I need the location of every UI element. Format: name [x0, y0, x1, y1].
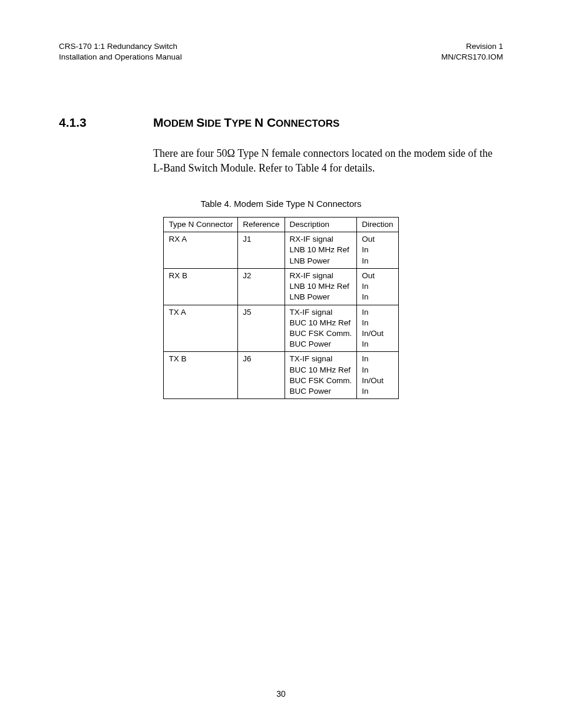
cell-reference: J1: [238, 232, 285, 269]
header-left-line2: Installation and Operations Manual: [59, 52, 182, 61]
header-left: CRS-170 1:1 Redundancy Switch Installati…: [59, 41, 182, 62]
col-header-description: Description: [285, 218, 357, 232]
cell-connector: TX B: [164, 352, 238, 399]
title-cap: T: [224, 116, 232, 129]
title-sc: ODEM: [164, 118, 197, 129]
cell-description: TX-IF signalBUC 10 MHz RefBUC FSK Comm.B…: [285, 352, 357, 399]
cell-reference: J2: [238, 268, 285, 305]
section-title: MODEM SIDE TYPE N CONNECTORS: [153, 116, 339, 130]
title-sc: IDE: [204, 118, 224, 129]
table-header-row: Type N Connector Reference Description D…: [164, 218, 398, 232]
col-header-direction: Direction: [357, 218, 398, 232]
page-number: 30: [0, 689, 562, 699]
section-heading-row: 4.1.3 MODEM SIDE TYPE N CONNECTORS: [59, 116, 503, 130]
title-cap: M: [153, 116, 164, 129]
cell-connector: TX A: [164, 305, 238, 352]
cell-direction: OutInIn: [357, 268, 398, 305]
col-header-connector: Type N Connector: [164, 218, 238, 232]
cell-direction: OutInIn: [357, 232, 398, 269]
header-right-line2: MN/CRS170.IOM: [441, 52, 503, 61]
cell-reference: J5: [238, 305, 285, 352]
title-sc: ONNECTORS: [276, 118, 339, 129]
col-header-reference: Reference: [238, 218, 285, 232]
cell-connector: RX B: [164, 268, 238, 305]
title-cap: S: [196, 116, 204, 129]
connectors-table: Type N Connector Reference Description D…: [163, 217, 398, 399]
header-right-line1: Revision 1: [466, 42, 503, 51]
document-page: CRS-170 1:1 Redundancy Switch Installati…: [0, 0, 562, 728]
cell-direction: InInIn/OutIn: [357, 305, 398, 352]
title-sc: YPE: [232, 118, 254, 129]
cell-connector: RX A: [164, 232, 238, 269]
table-caption: Table 4. Modem Side Type N Connectors: [59, 199, 503, 209]
header-left-line1: CRS-170 1:1 Redundancy Switch: [59, 42, 177, 51]
table-row: TX BJ6TX-IF signalBUC 10 MHz RefBUC FSK …: [164, 352, 398, 399]
cell-direction: InInIn/OutIn: [357, 352, 398, 399]
table-row: TX AJ5TX-IF signalBUC 10 MHz RefBUC FSK …: [164, 305, 398, 352]
body-paragraph: There are four 50Ω Type N female connect…: [153, 146, 503, 175]
cell-reference: J6: [238, 352, 285, 399]
title-cap: N: [254, 116, 267, 129]
header-right: Revision 1 MN/CRS170.IOM: [441, 41, 503, 62]
table-row: RX BJ2RX-IF signalLNB 10 MHz RefLNB Powe…: [164, 268, 398, 305]
cell-description: TX-IF signalBUC 10 MHz RefBUC FSK Comm.B…: [285, 305, 357, 352]
cell-description: RX-IF signalLNB 10 MHz RefLNB Power: [285, 232, 357, 269]
title-cap: C: [267, 116, 276, 129]
cell-description: RX-IF signalLNB 10 MHz RefLNB Power: [285, 268, 357, 305]
running-header: CRS-170 1:1 Redundancy Switch Installati…: [59, 41, 503, 62]
table-row: RX AJ1RX-IF signalLNB 10 MHz RefLNB Powe…: [164, 232, 398, 269]
table-wrapper: Type N Connector Reference Description D…: [59, 217, 503, 399]
section-number: 4.1.3: [59, 116, 153, 130]
